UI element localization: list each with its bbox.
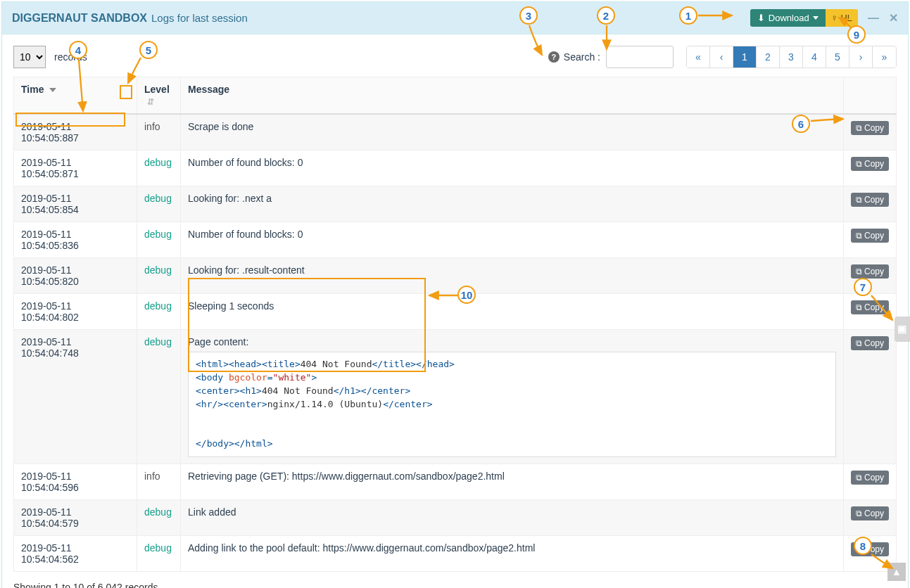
col-time[interactable]: Time bbox=[14, 77, 137, 115]
table-row: 2019-05-11 10:54:05:836debugNumber of fo… bbox=[14, 222, 897, 258]
download-label: Download bbox=[769, 13, 809, 23]
col-actions bbox=[843, 77, 896, 115]
cell-time: 2019-05-11 10:54:04:579 bbox=[14, 500, 137, 536]
copy-button[interactable]: ⧉ Copy bbox=[851, 336, 889, 350]
cell-level: debug bbox=[137, 258, 181, 294]
annotation-10: 10 bbox=[457, 286, 476, 304]
cell-message: Number of found blocks: 0 bbox=[181, 222, 844, 258]
cell-message: Number of found blocks: 0 bbox=[181, 151, 844, 186]
annotation-3: 3 bbox=[519, 6, 538, 25]
copy-button[interactable]: ⧉ Copy bbox=[851, 264, 889, 279]
cell-time: 2019-05-11 10:54:04:596 bbox=[14, 464, 137, 500]
page-4[interactable]: 4 bbox=[803, 46, 826, 68]
cell-level: debug bbox=[137, 330, 181, 464]
app-title: DIGGERNAUT SANDBOX bbox=[12, 12, 147, 25]
cell-time: 2019-05-11 10:54:05:871 bbox=[14, 151, 137, 186]
cell-message: Link added bbox=[181, 500, 844, 536]
annotation-1: 1 bbox=[679, 6, 697, 25]
annotation-2: 2 bbox=[597, 6, 615, 25]
page-1[interactable]: 1 bbox=[733, 46, 757, 68]
copy-icon: ⧉ bbox=[856, 159, 862, 169]
annotation-9: 9 bbox=[847, 25, 866, 44]
log-table: Time Level Message 2019-05-11 10:54:05:8… bbox=[13, 77, 897, 572]
scroll-top-button[interactable]: ▲ bbox=[887, 563, 906, 581]
bulb-icon: ♀ bbox=[831, 13, 838, 23]
cell-level: debug bbox=[137, 222, 181, 258]
cell-level: info bbox=[137, 464, 181, 500]
page-prev[interactable]: ‹ bbox=[710, 46, 733, 68]
page-first[interactable]: « bbox=[687, 46, 710, 68]
chevron-down-icon bbox=[813, 16, 819, 20]
cell-time: 2019-05-11 10:54:04:562 bbox=[14, 536, 137, 572]
cell-message: Looking for: .next a bbox=[181, 186, 844, 222]
table-row: 2019-05-11 10:54:04:562debugAdding link … bbox=[14, 536, 897, 572]
cell-message: Page content:<html><head><title>404 Not … bbox=[181, 330, 844, 464]
sort-desc-icon bbox=[49, 88, 56, 92]
copy-icon: ⧉ bbox=[856, 231, 862, 241]
col-message[interactable]: Message bbox=[181, 77, 844, 115]
cell-level: debug bbox=[137, 500, 181, 536]
page-2[interactable]: 2 bbox=[757, 46, 780, 68]
copy-button[interactable]: ⧉ Copy bbox=[851, 229, 889, 243]
cell-time: 2019-05-11 10:54:05:854 bbox=[14, 186, 137, 222]
copy-button[interactable]: ⧉ Copy bbox=[851, 193, 889, 207]
cell-message: Sleeping 1 seconds bbox=[181, 294, 844, 330]
search-label: Search : bbox=[564, 51, 600, 63]
records-info: Showing 1 to 10 of 6,042 records bbox=[13, 582, 897, 588]
cell-message: Retrieving page (GET): https://www.digge… bbox=[181, 464, 844, 500]
minimize-icon[interactable]: — bbox=[868, 12, 879, 25]
table-row: 2019-05-11 10:54:04:748debugPage content… bbox=[14, 330, 897, 464]
page-next[interactable]: › bbox=[849, 46, 873, 68]
copy-icon: ⧉ bbox=[856, 473, 862, 482]
page-5[interactable]: 5 bbox=[826, 46, 849, 68]
code-block: <html><head><title>404 Not Found</title>… bbox=[188, 352, 836, 457]
copy-icon: ⧉ bbox=[856, 195, 862, 205]
cell-time: 2019-05-11 10:54:05:820 bbox=[14, 258, 137, 294]
records-per-page-select[interactable]: 10 bbox=[13, 46, 46, 68]
copy-button[interactable]: ⧉ Copy bbox=[851, 506, 889, 520]
cell-message: Scrape is done bbox=[181, 114, 844, 151]
cell-time: 2019-05-11 10:54:04:802 bbox=[14, 294, 137, 330]
copy-icon: ⧉ bbox=[856, 123, 862, 133]
copy-button[interactable]: ⧉ Copy bbox=[851, 300, 889, 314]
cell-level: info bbox=[137, 114, 181, 151]
copy-button[interactable]: ⧉ Copy bbox=[851, 157, 889, 171]
cell-time: 2019-05-11 10:54:05:887 bbox=[14, 114, 137, 151]
table-row: 2019-05-11 10:54:05:854debugLooking for:… bbox=[14, 186, 897, 222]
cell-message: Looking for: .result-content bbox=[181, 258, 844, 294]
copy-icon: ⧉ bbox=[856, 302, 862, 312]
copy-icon: ⧉ bbox=[856, 338, 862, 348]
cell-message: Adding link to the pool default: https:/… bbox=[181, 536, 844, 572]
sort-icon bbox=[147, 96, 154, 107]
highlight-button[interactable]: ♀ HL bbox=[826, 9, 858, 27]
annotation-4: 4 bbox=[69, 41, 87, 59]
download-button[interactable]: ⬇ Download bbox=[750, 9, 826, 27]
cell-level: debug bbox=[137, 151, 181, 186]
side-handle[interactable]: ▣ bbox=[895, 317, 910, 342]
annotation-8: 8 bbox=[854, 537, 872, 555]
col-level[interactable]: Level bbox=[137, 77, 181, 115]
table-row: 2019-05-11 10:54:04:579debugLink added⧉ … bbox=[14, 500, 897, 536]
copy-icon: ⧉ bbox=[856, 267, 862, 276]
cell-time: 2019-05-11 10:54:04:748 bbox=[14, 330, 137, 464]
search-input[interactable] bbox=[606, 46, 674, 68]
pagination-top: « ‹ 1 2 3 4 5 › » bbox=[686, 46, 897, 68]
download-icon: ⬇ bbox=[757, 13, 765, 23]
copy-icon: ⧉ bbox=[856, 509, 862, 518]
cell-level: debug bbox=[137, 186, 181, 222]
page-3[interactable]: 3 bbox=[780, 46, 803, 68]
panel-header: DIGGERNAUT SANDBOX Logs for last session… bbox=[2, 2, 908, 34]
cell-level: debug bbox=[137, 536, 181, 572]
cell-time: 2019-05-11 10:54:05:836 bbox=[14, 222, 137, 258]
table-row: 2019-05-11 10:54:05:871debugNumber of fo… bbox=[14, 151, 897, 186]
page-last[interactable]: » bbox=[873, 46, 896, 68]
annotation-5: 5 bbox=[139, 41, 158, 59]
table-row: 2019-05-11 10:54:04:802debugSleeping 1 s… bbox=[14, 294, 897, 330]
annotation-6: 6 bbox=[792, 115, 810, 133]
close-icon[interactable]: ✕ bbox=[889, 11, 898, 25]
table-row: 2019-05-11 10:54:05:820debugLooking for:… bbox=[14, 258, 897, 294]
app-subtitle: Logs for last session bbox=[151, 12, 248, 24]
help-icon[interactable]: ? bbox=[548, 51, 560, 63]
copy-button[interactable]: ⧉ Copy bbox=[851, 121, 889, 135]
copy-button[interactable]: ⧉ Copy bbox=[851, 471, 889, 485]
